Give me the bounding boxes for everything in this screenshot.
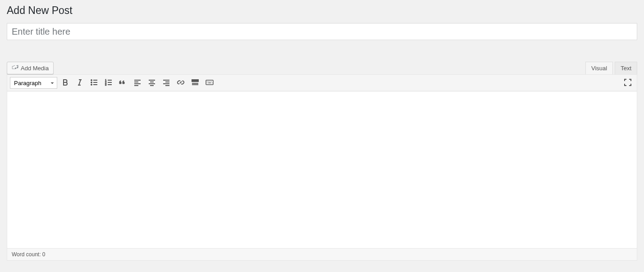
post-title-input[interactable] [7,23,637,40]
align-right-icon [162,78,171,88]
bulleted-list-button[interactable] [88,77,100,89]
fullscreen-button[interactable] [621,77,634,89]
bold-icon [61,78,70,88]
italic-button[interactable] [73,77,86,89]
italic-icon [75,78,84,88]
numbered-list-icon: 123 [104,78,113,88]
link-icon [176,78,185,88]
keyboard-icon [205,78,214,88]
svg-point-2 [91,84,92,85]
blockquote-button[interactable] [117,77,129,89]
fullscreen-icon [623,78,632,88]
word-count-value: 0 [42,251,46,258]
add-media-button[interactable]: Add Media [7,62,54,74]
editor-toolbar: Paragraph 123 [7,75,637,91]
align-right-button[interactable] [160,77,173,89]
toolbar-toggle-button[interactable] [203,77,216,89]
svg-rect-6 [206,80,213,85]
editor-statusbar: Word count: 0 [7,248,637,260]
align-center-icon [147,78,156,88]
bold-button[interactable] [59,77,72,89]
tab-text[interactable]: Text [615,62,637,74]
editor-container: Paragraph 123 [7,74,637,261]
align-left-button[interactable] [131,77,144,89]
camera-music-icon [12,64,19,73]
svg-point-1 [91,82,92,83]
bulleted-list-icon [90,78,99,88]
editor-mode-tabs: Visual Text [585,62,637,74]
quote-icon [119,78,128,88]
svg-point-0 [91,79,92,81]
add-media-label: Add Media [21,65,49,72]
tab-visual[interactable]: Visual [585,62,613,74]
numbered-list-button[interactable]: 123 [102,77,115,89]
read-more-icon [191,78,200,88]
post-content-editor[interactable] [7,91,637,247]
insert-more-button[interactable] [189,77,201,89]
page-title: Add New Post [7,5,637,17]
align-left-icon [133,78,142,88]
svg-text:3: 3 [105,83,107,86]
block-format-select[interactable]: Paragraph [10,77,57,89]
align-center-button[interactable] [146,77,158,89]
word-count-label: Word count: [12,251,42,258]
insert-link-button[interactable] [174,77,187,89]
